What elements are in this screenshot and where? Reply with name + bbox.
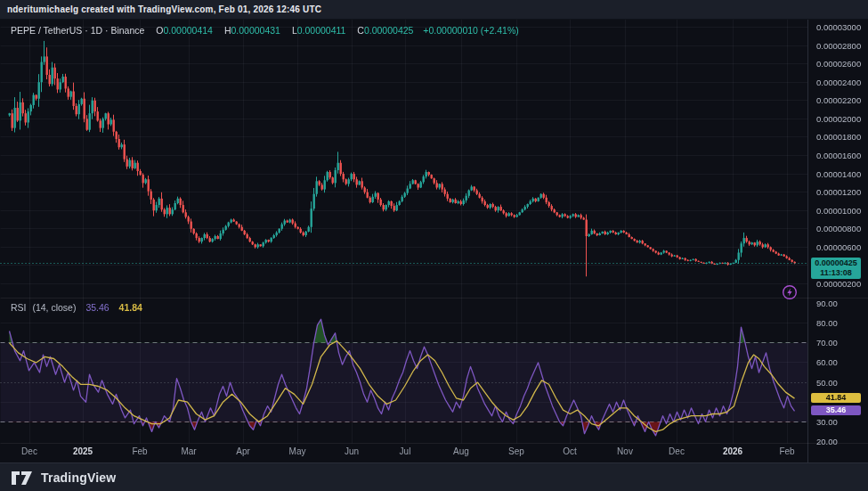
price-tick-label: 0.00001600 <box>816 151 861 160</box>
attribution-text: nderitumichaelg created with TradingView… <box>7 4 321 14</box>
rsi-tick-label: 70.00 <box>816 338 838 348</box>
time-tick-label: Feb <box>132 446 147 456</box>
rsi-name: RSI <box>11 302 27 313</box>
time-tick-label: Aug <box>453 446 469 456</box>
rsi-ma-label: 41.84 <box>811 393 861 403</box>
time-tick-label: 2026 <box>723 446 742 456</box>
time-tick-label: Feb <box>779 446 794 456</box>
rsi-tick-label: 50.00 <box>816 378 838 388</box>
lightning-icon <box>782 284 798 300</box>
last-price-label: 0.00000425 11:13:08 <box>811 258 861 279</box>
price-tick-label: 0.00001200 <box>816 187 861 197</box>
close-label: C <box>357 25 364 36</box>
time-tick-label: Mar <box>181 446 196 456</box>
attribution-bar: nderitumichaelg created with TradingView… <box>0 0 868 20</box>
price-tick-label: 0.00001800 <box>816 132 861 142</box>
time-tick-label: Apr <box>236 446 250 456</box>
price-tick-label: 0.00000600 <box>816 242 861 252</box>
rsi-ma-value: 41.84 <box>119 302 142 313</box>
tradingview-snapshot: nderitumichaelg created with TradingView… <box>0 0 868 491</box>
rsi-legend: RSI (14, close) 35.46 41.84 <box>11 302 142 313</box>
chart-canvas[interactable] <box>0 0 868 491</box>
tradingview-brand[interactable]: TradingView <box>41 471 116 485</box>
close-value: 0.00000425 <box>364 25 413 36</box>
time-tick-label: Nov <box>617 446 633 456</box>
rsi-tick-label: 80.00 <box>816 318 838 328</box>
bar-countdown: 11:13:08 <box>811 268 861 278</box>
change-value: +0.00000010 (+2.41%) <box>423 25 518 36</box>
price-tick-label: 0.00001400 <box>816 169 861 179</box>
time-tick-label: 2025 <box>73 446 93 456</box>
symbol-title: PEPE / TetherUS · 1D · Binance <box>11 25 144 36</box>
boost-button[interactable] <box>782 284 798 300</box>
rsi-params: (14, close) <box>32 302 76 313</box>
high-value: 0.00000431 <box>231 25 280 36</box>
price-tick-label: 0.00002400 <box>816 78 861 87</box>
price-tick-label: 0.00003000 <box>816 22 861 32</box>
rsi-value: 35.46 <box>85 302 109 313</box>
price-tick-label: 0.00002200 <box>816 95 861 105</box>
time-tick-label: Jun <box>345 446 359 456</box>
symbol-legend: PEPE / TetherUS · 1D · Binance O0.000004… <box>11 25 519 36</box>
time-tick-label: Dec <box>21 446 37 456</box>
price-tick-label: 0.00002600 <box>816 59 861 69</box>
time-tick-label: May <box>289 446 306 456</box>
time-tick-label: Oct <box>563 446 577 456</box>
footer-bar: TradingView <box>0 462 868 491</box>
price-tick-label: 0.00002800 <box>816 41 861 51</box>
price-tick-label: 0.00000200 <box>816 279 861 289</box>
rsi-tick-label: 20.00 <box>816 437 838 446</box>
time-tick-label: Dec <box>669 446 685 456</box>
price-tick-label: 0.00001000 <box>816 206 861 216</box>
last-price-value: 0.00000425 <box>811 258 861 268</box>
rsi-tick-label: 60.00 <box>816 357 838 367</box>
time-tick-label: Jul <box>400 446 411 456</box>
price-tick-label: 0.00002000 <box>816 114 861 124</box>
open-value: 0.00000414 <box>163 25 212 36</box>
rsi-value-label: 35.46 <box>811 405 861 415</box>
low-value: 0.00000411 <box>297 25 346 36</box>
time-tick-label: Sep <box>508 446 524 456</box>
price-tick-label: 0.00000800 <box>816 224 861 233</box>
rsi-tick-label: 90.00 <box>816 299 838 308</box>
rsi-tick-label: 30.00 <box>816 417 838 427</box>
tradingview-logo-icon[interactable] <box>11 471 34 486</box>
